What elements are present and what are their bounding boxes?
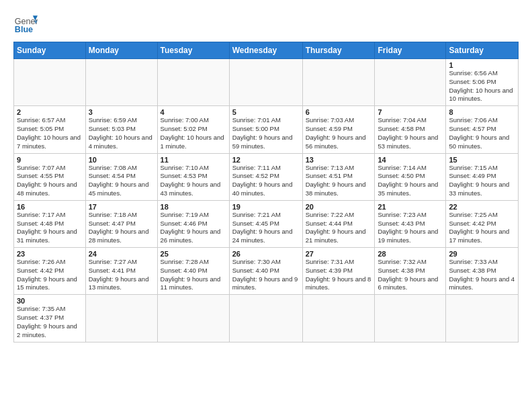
calendar-day-cell	[302, 295, 375, 342]
calendar-day-cell: 9Sunrise: 7:07 AM Sunset: 4:55 PM Daylig…	[14, 153, 86, 200]
day-number: 6	[306, 108, 372, 116]
day-info: Sunrise: 7:18 AM Sunset: 4:47 PM Dayligh…	[89, 211, 154, 245]
day-number: 29	[449, 250, 515, 258]
calendar-day-cell: 7Sunrise: 7:04 AM Sunset: 4:58 PM Daylig…	[375, 106, 446, 153]
day-number: 17	[89, 203, 154, 211]
calendar-day-cell: 12Sunrise: 7:11 AM Sunset: 4:52 PM Dayli…	[229, 153, 302, 200]
day-number: 28	[378, 250, 443, 258]
day-number: 26	[232, 250, 300, 258]
logo-icon: General Blue	[13, 11, 38, 35]
calendar-day-cell: 18Sunrise: 7:19 AM Sunset: 4:46 PM Dayli…	[157, 200, 229, 247]
calendar-day-cell: 26Sunrise: 7:30 AM Sunset: 4:40 PM Dayli…	[229, 248, 302, 295]
day-info: Sunrise: 7:28 AM Sunset: 4:40 PM Dayligh…	[161, 258, 226, 292]
page: General Blue Sunday Monday Tuesday Wedne…	[0, 0, 532, 411]
calendar-header-row: Sunday Monday Tuesday Wednesday Thursday…	[14, 42, 519, 59]
day-number: 19	[232, 203, 300, 211]
calendar-day-cell: 25Sunrise: 7:28 AM Sunset: 4:40 PM Dayli…	[157, 248, 229, 295]
day-info: Sunrise: 6:56 AM Sunset: 5:06 PM Dayligh…	[449, 69, 515, 103]
calendar-week-row: 30Sunrise: 7:35 AM Sunset: 4:37 PM Dayli…	[14, 295, 519, 342]
day-number: 7	[378, 108, 443, 116]
day-number: 3	[89, 108, 154, 116]
calendar-day-cell: 13Sunrise: 7:13 AM Sunset: 4:51 PM Dayli…	[302, 153, 375, 200]
calendar-day-cell	[157, 295, 229, 342]
col-sunday: Sunday	[14, 42, 86, 59]
calendar-day-cell: 19Sunrise: 7:21 AM Sunset: 4:45 PM Dayli…	[229, 200, 302, 247]
day-number: 11	[161, 156, 226, 164]
calendar-day-cell: 6Sunrise: 7:03 AM Sunset: 4:59 PM Daylig…	[302, 106, 375, 153]
calendar-week-row: 16Sunrise: 7:17 AM Sunset: 4:48 PM Dayli…	[14, 200, 519, 247]
calendar-day-cell	[157, 59, 229, 106]
svg-text:Blue: Blue	[15, 25, 33, 34]
day-info: Sunrise: 7:00 AM Sunset: 5:02 PM Dayligh…	[161, 116, 226, 150]
day-number: 18	[161, 203, 226, 211]
calendar-day-cell: 10Sunrise: 7:08 AM Sunset: 4:54 PM Dayli…	[85, 153, 157, 200]
logo: General Blue	[13, 11, 38, 35]
calendar-day-cell	[375, 59, 446, 106]
day-info: Sunrise: 7:03 AM Sunset: 4:59 PM Dayligh…	[306, 116, 372, 150]
calendar-day-cell: 30Sunrise: 7:35 AM Sunset: 4:37 PM Dayli…	[14, 295, 86, 342]
col-saturday: Saturday	[446, 42, 519, 59]
calendar-day-cell: 24Sunrise: 7:27 AM Sunset: 4:41 PM Dayli…	[85, 248, 157, 295]
day-number: 12	[232, 156, 300, 164]
col-tuesday: Tuesday	[157, 42, 229, 59]
calendar-day-cell: 2Sunrise: 6:57 AM Sunset: 5:05 PM Daylig…	[14, 106, 86, 153]
day-number: 27	[306, 250, 372, 258]
day-info: Sunrise: 7:01 AM Sunset: 5:00 PM Dayligh…	[232, 116, 300, 150]
calendar-day-cell: 15Sunrise: 7:15 AM Sunset: 4:49 PM Dayli…	[446, 153, 519, 200]
calendar-day-cell	[446, 295, 519, 342]
calendar-week-row: 1Sunrise: 6:56 AM Sunset: 5:06 PM Daylig…	[14, 59, 519, 106]
calendar-week-row: 2Sunrise: 6:57 AM Sunset: 5:05 PM Daylig…	[14, 106, 519, 153]
day-number: 8	[449, 108, 515, 116]
calendar-table: Sunday Monday Tuesday Wednesday Thursday…	[13, 42, 519, 342]
col-thursday: Thursday	[302, 42, 375, 59]
day-number: 5	[232, 108, 300, 116]
col-wednesday: Wednesday	[229, 42, 302, 59]
day-number: 13	[306, 156, 372, 164]
calendar-week-row: 23Sunrise: 7:26 AM Sunset: 4:42 PM Dayli…	[14, 248, 519, 295]
calendar-day-cell: 17Sunrise: 7:18 AM Sunset: 4:47 PM Dayli…	[85, 200, 157, 247]
calendar-day-cell: 1Sunrise: 6:56 AM Sunset: 5:06 PM Daylig…	[446, 59, 519, 106]
day-info: Sunrise: 7:13 AM Sunset: 4:51 PM Dayligh…	[306, 164, 372, 198]
calendar-day-cell	[85, 295, 157, 342]
col-monday: Monday	[85, 42, 157, 59]
day-number: 30	[17, 297, 83, 305]
day-info: Sunrise: 7:10 AM Sunset: 4:53 PM Dayligh…	[161, 164, 226, 198]
day-number: 10	[89, 156, 154, 164]
day-info: Sunrise: 6:57 AM Sunset: 5:05 PM Dayligh…	[17, 116, 83, 150]
day-number: 24	[89, 250, 154, 258]
day-info: Sunrise: 7:15 AM Sunset: 4:49 PM Dayligh…	[449, 164, 515, 198]
calendar-day-cell: 3Sunrise: 6:59 AM Sunset: 5:03 PM Daylig…	[85, 106, 157, 153]
calendar-day-cell: 22Sunrise: 7:25 AM Sunset: 4:42 PM Dayli…	[446, 200, 519, 247]
day-info: Sunrise: 7:23 AM Sunset: 4:43 PM Dayligh…	[378, 211, 443, 245]
calendar-day-cell: 21Sunrise: 7:23 AM Sunset: 4:43 PM Dayli…	[375, 200, 446, 247]
day-number: 25	[161, 250, 226, 258]
col-friday: Friday	[375, 42, 446, 59]
day-info: Sunrise: 7:32 AM Sunset: 4:38 PM Dayligh…	[378, 258, 443, 292]
calendar-day-cell	[229, 59, 302, 106]
day-info: Sunrise: 7:31 AM Sunset: 4:39 PM Dayligh…	[306, 258, 372, 292]
calendar-day-cell	[229, 295, 302, 342]
day-number: 23	[17, 250, 83, 258]
day-info: Sunrise: 7:17 AM Sunset: 4:48 PM Dayligh…	[17, 211, 83, 245]
calendar-day-cell	[302, 59, 375, 106]
calendar-day-cell: 23Sunrise: 7:26 AM Sunset: 4:42 PM Dayli…	[14, 248, 86, 295]
day-number: 16	[17, 203, 83, 211]
day-info: Sunrise: 7:11 AM Sunset: 4:52 PM Dayligh…	[232, 164, 300, 198]
day-info: Sunrise: 7:08 AM Sunset: 4:54 PM Dayligh…	[89, 164, 154, 198]
day-number: 9	[17, 156, 83, 164]
calendar-day-cell: 11Sunrise: 7:10 AM Sunset: 4:53 PM Dayli…	[157, 153, 229, 200]
calendar-day-cell: 20Sunrise: 7:22 AM Sunset: 4:44 PM Dayli…	[302, 200, 375, 247]
day-info: Sunrise: 7:27 AM Sunset: 4:41 PM Dayligh…	[89, 258, 154, 292]
calendar-day-cell: 4Sunrise: 7:00 AM Sunset: 5:02 PM Daylig…	[157, 106, 229, 153]
calendar-day-cell: 28Sunrise: 7:32 AM Sunset: 4:38 PM Dayli…	[375, 248, 446, 295]
day-info: Sunrise: 7:22 AM Sunset: 4:44 PM Dayligh…	[306, 211, 372, 245]
day-number: 22	[449, 203, 515, 211]
day-number: 15	[449, 156, 515, 164]
calendar-day-cell	[375, 295, 446, 342]
day-info: Sunrise: 7:30 AM Sunset: 4:40 PM Dayligh…	[232, 258, 300, 292]
day-info: Sunrise: 7:33 AM Sunset: 4:38 PM Dayligh…	[449, 258, 515, 292]
day-info: Sunrise: 7:04 AM Sunset: 4:58 PM Dayligh…	[378, 116, 443, 150]
day-info: Sunrise: 7:19 AM Sunset: 4:46 PM Dayligh…	[161, 211, 226, 245]
day-info: Sunrise: 6:59 AM Sunset: 5:03 PM Dayligh…	[89, 116, 154, 150]
calendar-day-cell: 16Sunrise: 7:17 AM Sunset: 4:48 PM Dayli…	[14, 200, 86, 247]
